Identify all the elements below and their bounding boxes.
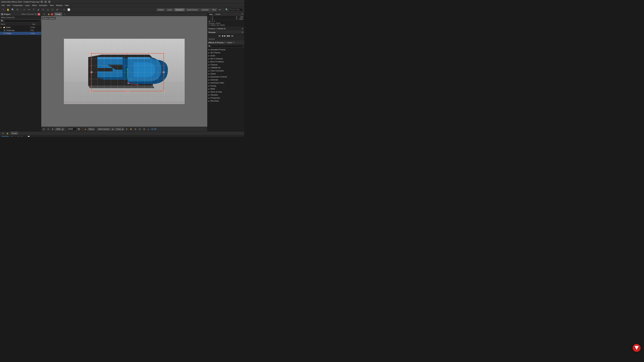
flowchart-btn[interactable]: ⊟: [138, 128, 142, 131]
workspace-small-screen[interactable]: Small Screen: [185, 8, 199, 11]
zoom-tool[interactable]: 🔍: [11, 8, 15, 12]
effects-menu-btn[interactable]: ☰: [224, 42, 226, 43]
library-tab[interactable]: Librar: [227, 41, 232, 43]
workspace-more[interactable]: ≫: [218, 8, 222, 12]
panel-menu-btn[interactable]: ☰: [240, 12, 244, 16]
always-preview-btn[interactable]: ⊞: [42, 128, 46, 131]
shape-tool[interactable]: □: [22, 8, 26, 12]
workspace-learn[interactable]: Learn: [166, 8, 174, 11]
view-options-btn[interactable]: ⊕: [125, 128, 128, 131]
hand-tool[interactable]: ✋: [6, 8, 10, 12]
menu-animation[interactable]: Animation: [38, 4, 48, 7]
effect-cat-animation[interactable]: ▶ Animation Presets: [208, 48, 244, 51]
effect-cat-3d[interactable]: ▶ 3D Channel: [208, 51, 244, 54]
effect-cat-noise[interactable]: ▶ Noise & Grain: [208, 90, 244, 93]
effect-cat-expression[interactable]: ▶ Expression Controls: [208, 75, 244, 78]
workspace-libraries[interactable]: Libraries: [200, 8, 210, 11]
effect-cat-channel[interactable]: ▶ Channel: [208, 63, 244, 66]
graph-tool[interactable]: 📈: [67, 8, 71, 12]
transparency-btn[interactable]: ■: [84, 128, 87, 131]
comp-menu-btn[interactable]: ☰: [42, 12, 46, 16]
next-frame-btn[interactable]: ⏭: [231, 34, 234, 37]
menu-layer[interactable]: Layer: [24, 4, 31, 7]
comp-tab-menu[interactable]: ≡: [64, 13, 65, 15]
camera-rotate-tool[interactable]: ↻: [16, 8, 20, 12]
project-item-fondo-png[interactable]: 🖼 Fondo.png PNG: [0, 29, 41, 32]
region-interest-btn[interactable]: ⊠: [51, 128, 54, 131]
zoom-select[interactable]: 100%: [55, 128, 64, 131]
effect-cat-boris[interactable]: ▶ Boris FX Mocha: [208, 60, 244, 63]
view-layout-select[interactable]: 1 View: [115, 128, 124, 131]
project-search-input[interactable]: [4, 19, 40, 22]
tl-keyframe-btn[interactable]: ⬦: [24, 135, 27, 137]
workspace-standard[interactable]: Standard: [174, 8, 185, 11]
minimize-button[interactable]: —: [41, 1, 43, 3]
paint-tool[interactable]: 🖌: [36, 8, 40, 12]
camera-select[interactable]: Active Camera: [98, 128, 114, 131]
project-item-fondo-comp[interactable]: 🎬 Fondo Comp: [0, 32, 41, 35]
adjust-exposure-btn[interactable]: ±: [146, 128, 150, 131]
effect-cat-blur[interactable]: ▶ Blur & Sharpen: [208, 57, 244, 60]
menu-window[interactable]: Window: [55, 4, 64, 7]
workspace-test[interactable]: Test: [211, 8, 217, 11]
go-to-end-btn[interactable]: ▶▶: [227, 34, 230, 37]
search-help-input[interactable]: [230, 8, 243, 11]
puppet-tool[interactable]: ⊕: [55, 8, 59, 12]
reset-exposure-btn[interactable]: ⊠: [142, 128, 146, 131]
menu-effect[interactable]: Effect: [31, 4, 38, 7]
tl-layer-marker-btn[interactable]: ◆: [20, 135, 24, 137]
menu-help[interactable]: Help: [64, 4, 70, 7]
effect-cat-audio[interactable]: ▶ Audio: [208, 54, 244, 57]
comp-tab-fondo[interactable]: Fondo: [54, 12, 62, 16]
tl-graph-editor-btn[interactable]: 📈: [27, 135, 30, 137]
play-pause-btn[interactable]: ▶: [224, 34, 226, 37]
expand-right-btn[interactable]: ≫: [233, 42, 234, 43]
time-code-display[interactable]: 00000: [1, 135, 10, 137]
clone-tool[interactable]: ⎘: [41, 8, 45, 12]
effect-cat-perspective[interactable]: ▶ Perspective: [208, 96, 244, 99]
menu-file[interactable]: File: [1, 4, 6, 7]
effect-cat-obsolete[interactable]: ▶ Obsolete: [208, 93, 244, 96]
effect-cat-generate[interactable]: ▶ Generate: [208, 78, 244, 81]
maximize-button[interactable]: □: [44, 1, 47, 3]
select-tool[interactable]: ↖: [1, 8, 5, 12]
effect-cat-matte[interactable]: ▶ Matte: [208, 87, 244, 90]
menu-composition[interactable]: Composition: [12, 4, 24, 7]
prev-frame-btn[interactable]: ⏮: [218, 34, 220, 37]
timeline-tab-fondo[interactable]: Fondo: [10, 132, 18, 135]
tl-comp-marker-btn[interactable]: ◇: [14, 135, 17, 137]
renderer-settings-btn[interactable]: ⚙: [242, 28, 243, 30]
text-tool[interactable]: T: [32, 8, 36, 12]
effect-cat-red-giant[interactable]: ▶ Red Giant: [208, 99, 244, 102]
align-tool[interactable]: ≡: [62, 8, 66, 12]
effect-cat-cinema4d[interactable]: ▶ CINEMA 4D: [208, 66, 244, 69]
timeline-menu-btn[interactable]: ☰: [1, 131, 5, 135]
eraser-tool[interactable]: ◻: [46, 8, 50, 12]
roto-tool[interactable]: ⬡: [50, 8, 54, 12]
effect-cat-immersive[interactable]: ▶ Immersive Video: [208, 81, 244, 84]
workspace-default[interactable]: Default: [156, 8, 165, 11]
tl-snap-btn[interactable]: ⊞: [10, 135, 14, 137]
viewer-grid-btn[interactable]: ⊟: [46, 128, 50, 131]
time-display[interactable]: [67, 128, 76, 131]
quality-select[interactable]: Half: [88, 128, 94, 131]
snapshot-btn[interactable]: 📷: [77, 128, 81, 131]
effect-cat-color[interactable]: ▶ Color Correction: [208, 69, 244, 72]
timeline-btn[interactable]: ⊞: [134, 128, 137, 131]
close-button[interactable]: ✕: [48, 1, 50, 3]
fast-preview-btn[interactable]: ⚡: [129, 128, 133, 131]
tl-work-area-btn[interactable]: ⊡: [17, 135, 20, 137]
comp-lock-btn[interactable]: 🔒: [46, 12, 51, 16]
menu-view[interactable]: View: [49, 4, 55, 7]
project-item-solids[interactable]: ▶ 📁 Solids Folder: [0, 26, 41, 29]
effect-cat-keying[interactable]: ▶ Keying: [208, 84, 244, 87]
timeline-lock-btn[interactable]: 🔒: [5, 131, 10, 135]
window-controls[interactable]: — □ ✕: [41, 1, 50, 3]
search-help-btn[interactable]: 🔍: [225, 8, 229, 12]
pen-tool[interactable]: ✒: [27, 8, 31, 12]
effect-cat-distort[interactable]: ▶ Distort: [208, 72, 244, 75]
effects-search-input[interactable]: [211, 45, 243, 48]
preview-menu-btn[interactable]: ☰: [242, 31, 243, 33]
menu-edit[interactable]: Edit: [6, 4, 11, 7]
go-to-start-btn[interactable]: ◀: [222, 34, 223, 37]
